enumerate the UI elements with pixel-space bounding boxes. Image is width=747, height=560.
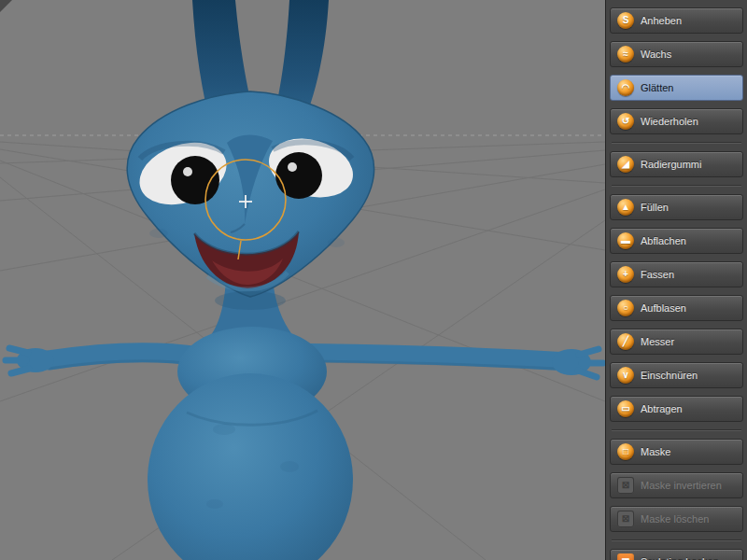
- tool-group-separator: [612, 429, 741, 431]
- tool-label: Maske invertieren: [641, 480, 722, 491]
- tool-label: Maske löschen: [641, 513, 709, 525]
- icon-glyph: S: [623, 16, 629, 25]
- einschnueren-tool-icon: ∨: [617, 367, 634, 384]
- icon-glyph: □: [623, 447, 628, 456]
- wachs-tool-icon: ≈: [617, 46, 634, 63]
- icon-glyph: ╱: [623, 337, 628, 346]
- tool-label: Abtragen: [641, 403, 683, 414]
- fuellen-tool-icon: ▲: [617, 199, 634, 216]
- radiergummi-tool-icon: ◢: [617, 156, 634, 173]
- tool-label: Anheben: [641, 15, 682, 26]
- icon-glyph: ⊠: [622, 481, 629, 490]
- tool-label: Messer: [641, 336, 674, 347]
- tool-button-glaetten[interactable]: ◠ Glätten: [610, 75, 743, 101]
- tool-label: Fassen: [641, 269, 674, 280]
- tool-label: Radiergummi: [641, 159, 701, 170]
- tool-button-fuellen[interactable]: ▲ Füllen: [610, 194, 743, 220]
- wiederholen-tool-icon: ↺: [617, 113, 634, 130]
- tool-label: Maske: [641, 446, 670, 457]
- maske-invertieren-icon: ⊠: [617, 477, 634, 494]
- icon-glyph: ▲: [621, 203, 630, 212]
- tool-button-sculpting-backen[interactable]: ▦ Sculpting backen: [610, 549, 743, 560]
- icon-glyph: ○: [623, 303, 628, 313]
- icon-glyph: +: [623, 270, 628, 279]
- icon-glyph: ◠: [622, 83, 630, 92]
- tool-label: Wachs: [641, 49, 671, 60]
- tool-label: Aufblasen: [641, 302, 686, 314]
- left-pupil: [171, 156, 219, 204]
- tool-button-aufblasen[interactable]: ○ Aufblasen: [610, 295, 743, 321]
- tool-label: Wiederholen: [641, 116, 698, 127]
- messer-tool-icon: ╱: [617, 333, 634, 350]
- tool-label: Abflachen: [641, 235, 686, 246]
- right-pupil: [275, 152, 322, 199]
- anheben-tool-icon: S: [617, 12, 634, 29]
- abflachen-tool-icon: ▬: [617, 232, 634, 249]
- aufblasen-tool-icon: ○: [617, 300, 634, 316]
- tool-button-wiederholen[interactable]: ↺ Wiederholen: [610, 108, 743, 134]
- icon-glyph: ⊠: [622, 514, 629, 524]
- sculpting-backen-icon: ▦: [617, 553, 634, 560]
- tool-label: Füllen: [641, 202, 669, 213]
- tool-label: Einschnüren: [641, 370, 698, 381]
- tool-button-abtragen[interactable]: ▭ Abtragen: [610, 396, 743, 422]
- icon-glyph: ∨: [622, 371, 628, 380]
- tool-button-maske-loeschen: ⊠ Maske löschen: [610, 506, 743, 532]
- tool-button-maske[interactable]: □ Maske: [610, 439, 743, 465]
- glaetten-tool-icon: ◠: [617, 79, 634, 96]
- right-arm: [310, 353, 560, 361]
- tool-group-separator: [612, 185, 741, 187]
- tool-button-radiergummi[interactable]: ◢ Radiergummi: [610, 151, 743, 177]
- maske-tool-icon: □: [617, 443, 634, 460]
- tool-group-separator: [612, 142, 741, 144]
- chin-shadow: [215, 291, 286, 310]
- icon-glyph: ◢: [622, 160, 629, 169]
- abtragen-tool-icon: ▭: [617, 400, 634, 417]
- sculpt-app-window: S Anheben ≈ Wachs ◠ Glätten ↺ Wiederhole…: [0, 0, 747, 560]
- icon-glyph: ↺: [622, 117, 629, 126]
- tool-group-separator: [612, 539, 741, 541]
- tool-button-maske-invertieren: ⊠ Maske invertieren: [610, 472, 743, 498]
- 3d-viewport[interactable]: [0, 0, 605, 560]
- tool-button-fassen[interactable]: + Fassen: [610, 261, 743, 287]
- viewport-canvas[interactable]: [0, 0, 605, 560]
- tool-button-messer[interactable]: ╱ Messer: [610, 329, 743, 355]
- tool-button-wachs[interactable]: ≈ Wachs: [610, 41, 743, 67]
- icon-glyph: ▭: [621, 404, 629, 413]
- tool-label: Glätten: [641, 82, 673, 93]
- icon-glyph: ≈: [623, 49, 628, 59]
- tool-label: Sculpting backen: [641, 556, 719, 560]
- left-hand: [6, 348, 54, 373]
- maske-loeschen-icon: ⊠: [617, 511, 634, 527]
- fassen-tool-icon: +: [617, 266, 634, 283]
- icon-glyph: ▬: [621, 236, 630, 245]
- left-arm: [49, 353, 200, 360]
- tool-button-abflachen[interactable]: ▬ Abflachen: [610, 228, 743, 254]
- tool-button-einschnueren[interactable]: ∨ Einschnüren: [610, 362, 743, 388]
- tool-palette-sidebar: S Anheben ≈ Wachs ◠ Glätten ↺ Wiederhole…: [605, 0, 747, 560]
- tool-button-anheben[interactable]: S Anheben: [610, 7, 743, 34]
